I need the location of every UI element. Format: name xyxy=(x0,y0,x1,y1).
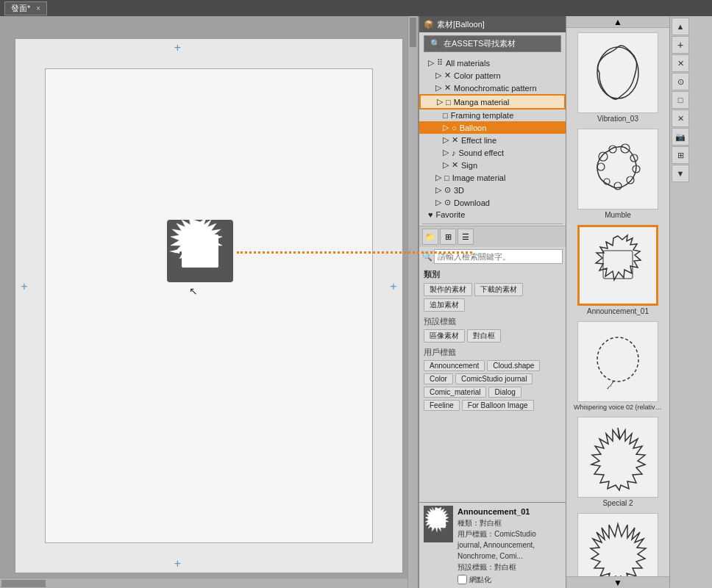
tree-item-balloon[interactable]: ▷ ○ Balloon xyxy=(419,121,566,134)
svg-rect-6 xyxy=(585,40,651,106)
user-tags-row1: Announcement Cloud.shape xyxy=(424,360,561,371)
dotted-arrow-line xyxy=(237,251,472,254)
tree-label: All materials xyxy=(446,59,490,68)
user-tag-dialog[interactable]: Dialog xyxy=(488,387,521,398)
tree-arrow: ▷ xyxy=(435,185,441,195)
tree-item-favorite[interactable]: ♥ Favorite xyxy=(419,209,566,220)
svg-rect-8 xyxy=(585,136,651,202)
thumb-label-mumble: Mumble xyxy=(605,211,631,219)
tree-item-download[interactable]: ▷ ⊙ Download xyxy=(419,196,566,209)
panel-icon-folder[interactable]: 📁 xyxy=(422,229,438,245)
canvas-page: ↖ xyxy=(15,38,403,573)
tree-label: Image material xyxy=(452,173,506,182)
tree-arrow: ▷ xyxy=(443,123,449,132)
mondoten-label: 網點化 xyxy=(469,574,491,585)
search-asset-icon: 🔍 xyxy=(430,39,441,49)
user-tag-feeline[interactable]: Feeline xyxy=(424,400,460,411)
tree-arrow: ▷ xyxy=(435,173,441,182)
rt-btn-x2[interactable]: ✕ xyxy=(672,110,689,127)
canvas-scrollbar-h[interactable] xyxy=(0,578,407,588)
tree-item-sign[interactable]: ▷ ✕ Sign xyxy=(419,159,566,171)
bottom-info-panel: Announcement_01 種類：對白框 用戶標籤：ComicStudio … xyxy=(419,502,566,589)
tree-arrow: ▷ xyxy=(435,198,441,207)
tree-arrow: ▷ xyxy=(435,83,441,93)
tree-container: ▷ ⠿ All materials ▷ ✕ Color pattern ▷ ✕ … xyxy=(419,55,566,222)
user-tag-cloud[interactable]: Cloud.shape xyxy=(487,360,540,371)
tag-made[interactable]: 製作的素材 xyxy=(424,283,472,296)
thumb-special2[interactable]: Special 2 xyxy=(569,415,666,509)
scroll-down-btn[interactable]: ▼ xyxy=(566,576,669,588)
preset-tag-image[interactable]: 區像素材 xyxy=(424,329,465,343)
canvas-scrollbar[interactable] xyxy=(407,16,418,588)
panel-title-text: 素材[Balloon] xyxy=(437,19,485,30)
tree-item-3d[interactable]: ▷ ⊙ 3D xyxy=(419,184,566,196)
panel-icon-grid[interactable]: ⊞ xyxy=(440,229,456,245)
preset-tag-dialog[interactable]: 對白框 xyxy=(467,329,501,343)
tree-item-image-material[interactable]: ▷ □ Image material xyxy=(419,171,566,184)
tab-panel[interactable]: 發面* × xyxy=(4,1,47,15)
tree-label: Monochromatic pattern xyxy=(454,84,537,93)
user-tag-announcement[interactable]: Announcement xyxy=(424,360,485,371)
tag-downloaded[interactable]: 下載的素材 xyxy=(474,283,523,296)
rt-btn-circle[interactable]: ⊙ xyxy=(672,73,689,90)
user-tag-for-balloon[interactable]: For Balloon Image xyxy=(462,400,534,411)
preset-label: 預設標籤 xyxy=(424,316,561,327)
tree-item-effect-line[interactable]: ▷ ✕ Effect line xyxy=(419,134,566,146)
thumb-img-announcement01 xyxy=(577,225,658,306)
rt-btn-down[interactable]: ▼ xyxy=(672,165,689,182)
thumb-vibration03[interactable]: Vibration_03 xyxy=(569,31,666,124)
user-group: 用戶標籤 Announcement Cloud.shape Color Comi… xyxy=(424,347,561,411)
cross-marker-left xyxy=(17,279,32,294)
tag-add[interactable]: 追加素材 xyxy=(424,298,465,312)
user-tag-color[interactable]: Color xyxy=(424,373,453,384)
type-label: 種類：對白框 xyxy=(458,517,561,528)
divider xyxy=(422,223,563,224)
category-label: 類別 xyxy=(424,269,561,280)
rt-btn-add[interactable]: + xyxy=(672,36,689,54)
user-tags-row3: Comic_material Dialog xyxy=(424,387,561,398)
svg-rect-2 xyxy=(182,234,218,268)
rt-btn-square[interactable]: □ xyxy=(672,91,689,109)
svg-rect-21 xyxy=(585,329,651,395)
scrollbar-h-thumb[interactable] xyxy=(1,580,46,587)
tab-close[interactable]: × xyxy=(36,4,40,12)
tree-icon: □ xyxy=(446,98,451,107)
right-panel: ▲ Vibration_03 xyxy=(566,16,669,588)
assets-search-button[interactable]: 🔍 在ASSETS尋找素材 xyxy=(424,35,561,52)
tree-icon: □ xyxy=(443,111,448,120)
tree-label: Download xyxy=(454,198,490,207)
checkbox-row: 網點化 xyxy=(458,574,561,585)
user-tag-comic-material[interactable]: Comic_material xyxy=(424,387,486,398)
user-tag-comicstudio[interactable]: ComicStudio journal xyxy=(455,373,533,384)
rt-btn-grid[interactable]: ⊞ xyxy=(672,146,689,164)
scroll-up-btn[interactable]: ▲ xyxy=(566,16,669,28)
thumb-spiky[interactable] xyxy=(569,512,666,576)
rt-btn-close[interactable]: ✕ xyxy=(672,54,689,72)
thumb-announcement01[interactable]: Announcement_01 xyxy=(569,223,666,317)
rt-btn-cam[interactable]: 📷 xyxy=(672,128,689,146)
middle-panel: 📦 素材[Balloon] 🔍 在ASSETS尋找素材 ▷ ⠿ All mate… xyxy=(419,16,566,588)
cross-marker-bottom xyxy=(170,556,185,571)
tree-item-all-materials[interactable]: ▷ ⠿ All materials xyxy=(419,57,566,69)
tree-arrow: ▷ xyxy=(443,148,449,157)
tree-item-manga-material[interactable]: ▷ □ Manga material xyxy=(419,94,566,110)
svg-rect-18 xyxy=(585,232,651,298)
mondoten-checkbox[interactable] xyxy=(458,575,467,584)
panel-icon-list[interactable]: ☰ xyxy=(458,229,474,245)
tree-item-mono-pattern[interactable]: ▷ ✕ Monochromatic pattern xyxy=(419,82,566,94)
scrollbar-thumb[interactable] xyxy=(410,18,416,47)
rt-btn-up[interactable]: ▲ xyxy=(672,18,689,35)
tree-item-sound-effect[interactable]: ▷ ♪ Sound effect xyxy=(419,146,566,159)
tree-label: Color pattern xyxy=(454,71,501,80)
thumb-mumble[interactable]: Mumble xyxy=(569,127,666,220)
cross-marker-right xyxy=(386,279,401,294)
bottom-info-icon xyxy=(424,506,453,542)
tree-label: Framing template xyxy=(451,111,514,120)
tree-arrow: ▷ xyxy=(443,160,449,170)
thumb-whispering[interactable]: Whispering voice 02 (relatively squ. xyxy=(569,320,666,412)
tree-icon: ✕ xyxy=(444,71,451,80)
tree-icon: ○ xyxy=(452,123,457,132)
tree-item-color-pattern[interactable]: ▷ ✕ Color pattern xyxy=(419,69,566,82)
tree-item-framing-template[interactable]: □ Framing template xyxy=(419,110,566,121)
category-group: 類別 製作的素材 下載的素材 追加素材 xyxy=(424,269,561,312)
